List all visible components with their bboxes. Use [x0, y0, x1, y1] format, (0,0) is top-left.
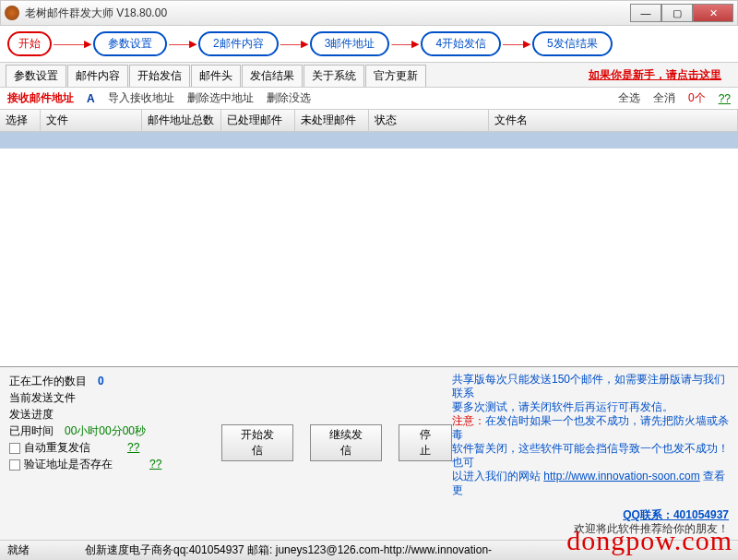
font-icon[interactable]: A: [87, 92, 95, 105]
import-button[interactable]: 导入接收地址: [108, 90, 174, 106]
window-title: 老树邮件群发大师 V18.80.00: [25, 6, 630, 21]
tab-content[interactable]: 邮件内容: [67, 65, 128, 87]
step-bar: 开始 ———▶ 参数设置 ——▶ 2邮件内容 ——▶ 3邮件地址 ——▶ 4开始…: [0, 26, 738, 63]
auto-resend-checkbox[interactable]: [9, 443, 20, 454]
table-row[interactable]: [0, 132, 738, 149]
step-1[interactable]: 参数设置: [93, 31, 167, 56]
notice-line: 共享版每次只能发送150个邮件，如需要注册版请与我们联系: [452, 373, 729, 400]
progress-label: 发送进度: [9, 406, 221, 423]
arrow-icon: ——▶: [503, 38, 530, 50]
step-4[interactable]: 4开始发信: [421, 31, 501, 56]
arrow-icon: ——▶: [391, 38, 419, 50]
tab-header[interactable]: 邮件头: [191, 65, 241, 87]
col-unprocessed[interactable]: 未处理邮件: [295, 110, 369, 131]
step-start[interactable]: 开始: [7, 31, 52, 56]
arrow-icon: ——▶: [280, 38, 308, 50]
app-icon: [5, 6, 19, 20]
toolbar-title: 接收邮件地址: [7, 90, 74, 106]
status-bar: 就绪 创新速度电子商务qq:401054937 邮箱: juneys123@12…: [0, 540, 738, 560]
tab-send[interactable]: 开始发信: [129, 65, 190, 87]
verify-label: 验证地址是否存在: [24, 458, 113, 471]
start-send-button[interactable]: 开始发信: [221, 424, 293, 461]
notice-panel: 共享版每次只能发送150个邮件，如需要注册版请与我们联系 要多次测试，请关闭软件…: [452, 373, 729, 536]
unselect-all-button[interactable]: 全消: [653, 90, 675, 106]
title-bar: 老树邮件群发大师 V18.80.00 — ▢ ✕: [0, 0, 738, 26]
tab-result[interactable]: 发信结果: [242, 65, 303, 87]
step-5[interactable]: 5发信结果: [532, 31, 613, 56]
verify-checkbox[interactable]: [9, 459, 20, 471]
close-button[interactable]: ✕: [693, 4, 733, 22]
newbie-link[interactable]: 如果你是新手，请点击这里: [577, 65, 732, 87]
col-total[interactable]: 邮件地址总数: [142, 110, 221, 131]
status-ready: 就绪: [7, 542, 30, 558]
col-file[interactable]: 文件: [41, 110, 142, 131]
tab-params[interactable]: 参数设置: [6, 65, 66, 87]
col-processed[interactable]: 已处理邮件: [221, 110, 295, 131]
count-label: 0个: [688, 90, 706, 106]
help-link[interactable]: ??: [127, 441, 139, 454]
arrow-icon: ———▶: [54, 38, 91, 50]
elapsed-label: 已用时间: [9, 424, 54, 437]
tab-update[interactable]: 官方更新: [365, 65, 426, 87]
auto-resend-label: 自动重复发信: [24, 441, 90, 454]
notice-line: 在发信时如果一个也发不成功，请先把防火墙或杀毒: [452, 414, 729, 441]
elapsed-value: 00小时00分00秒: [65, 424, 146, 437]
notice-line: 要多次测试，请关闭软件后再运行可再发信。: [452, 400, 729, 414]
stop-button[interactable]: 停止: [399, 424, 452, 461]
notice-line: 软件暂关闭，这些软件可能会挡信导致一个也发不成功！也可: [452, 442, 729, 470]
maximize-button[interactable]: ▢: [661, 4, 693, 22]
welcome-text: 欢迎将此软件推荐给你的朋友！: [452, 522, 729, 536]
col-filename[interactable]: 文件名: [489, 110, 738, 131]
step-3[interactable]: 3邮件地址: [310, 31, 390, 56]
notice-warn: 注意：: [452, 414, 485, 427]
qq-contact-link[interactable]: QQ联系：401054937: [452, 508, 729, 522]
continue-send-button[interactable]: 继续发信: [310, 424, 382, 461]
step-2[interactable]: 2邮件内容: [198, 31, 279, 56]
help-link[interactable]: ??: [149, 458, 161, 471]
help-link[interactable]: ??: [719, 92, 731, 105]
col-status[interactable]: 状态: [369, 110, 489, 131]
status-info: 创新速度电子商务qq:401054937 邮箱: juneys123@126.c…: [85, 542, 492, 558]
table-header: 选择 文件 邮件地址总数 已处理邮件 未处理邮件 状态 文件名: [0, 110, 738, 132]
col-select[interactable]: 选择: [0, 110, 41, 131]
minimize-button[interactable]: —: [630, 4, 661, 22]
working-value: 0: [98, 375, 104, 387]
table-body[interactable]: [0, 132, 738, 372]
toolbar: 接收邮件地址 A 导入接收地址 删除选中地址 删除没选 全选 全消 0个 ??: [0, 87, 738, 110]
website-link[interactable]: http://www.innovation-soon.com: [543, 470, 699, 483]
arrow-icon: ——▶: [169, 38, 196, 50]
working-label: 正在工作的数目: [9, 375, 87, 387]
bottom-panel: 正在工作的数目0 当前发送文件 发送进度 已用时间00小时00分00秒 自动重复…: [0, 366, 738, 540]
select-all-button[interactable]: 全选: [618, 90, 640, 106]
notice-line: 以进入我们的网站: [452, 470, 543, 483]
delete-selected-button[interactable]: 删除选中地址: [187, 90, 254, 106]
tab-about[interactable]: 关于系统: [304, 65, 364, 87]
current-file-label: 当前发送文件: [9, 389, 221, 406]
delete-unselected-button[interactable]: 删除没选: [267, 90, 311, 106]
tab-bar: 参数设置 邮件内容 开始发信 邮件头 发信结果 关于系统 官方更新 如果你是新手…: [0, 63, 738, 87]
